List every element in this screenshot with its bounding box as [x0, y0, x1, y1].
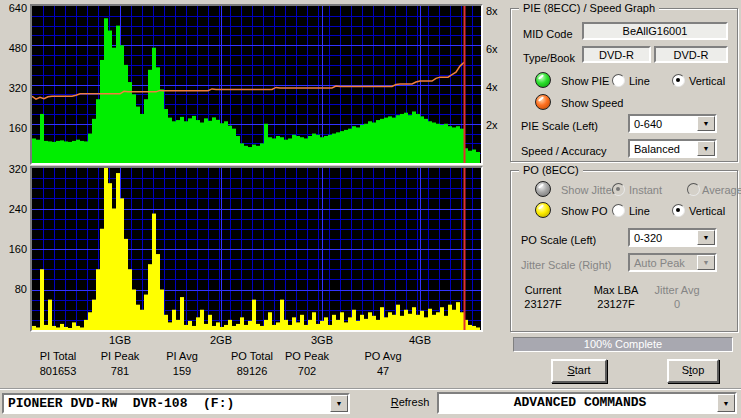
bottom-divider	[0, 388, 741, 390]
jitter-scale-dropdown-arrow: ▼	[697, 255, 715, 270]
x-axis-label: 2GB	[205, 334, 237, 346]
show-jitter-led	[535, 181, 551, 197]
speed-accuracy-label: Speed / Accuracy	[521, 145, 607, 157]
show-pie-led[interactable]	[535, 72, 551, 88]
advanced-commands-dropdown-arrow[interactable]: ▼	[717, 394, 735, 412]
pie-y-axis-label: 320	[0, 82, 27, 94]
progress-bar: 100% Complete	[513, 337, 733, 352]
start-button[interactable]: Start	[551, 359, 607, 383]
pie-scale-dropdown-arrow[interactable]: ▼	[697, 116, 715, 131]
current-value: 23127F	[518, 298, 568, 310]
jitter-avg-value: 0	[652, 298, 702, 310]
speed-accuracy-combo[interactable]: Balanced ▼	[628, 139, 717, 158]
stat-label: PO Avg	[341, 350, 425, 362]
jitter-average-label: Average	[702, 184, 741, 196]
po-y-axis-label: 240	[0, 203, 27, 215]
type-field: DVD-R	[582, 46, 651, 63]
po-y-axis-label: 160	[0, 243, 27, 255]
jitter-instant-label: Instant	[629, 184, 662, 196]
po-scale-label: PO Scale (Left)	[521, 234, 596, 246]
show-pie-label: Show PIE	[561, 75, 609, 87]
show-po-label: Show PO	[561, 205, 607, 217]
po-scale-value: 0-320	[630, 230, 697, 245]
x-axis-label: 1GB	[104, 334, 136, 346]
pie-y-axis-label: 480	[0, 42, 27, 54]
show-po-led[interactable]	[535, 202, 551, 218]
pie-vertical-label: Vertical	[689, 75, 725, 87]
x-axis-label: 3GB	[306, 334, 338, 346]
advanced-commands-value: ADVANCED COMMANDS	[439, 394, 717, 412]
po-y-axis-label: 320	[0, 163, 27, 175]
drive-selector-combo[interactable]: PIONEER DVD-RW DVR-108 (F:) ▼	[2, 393, 350, 414]
stop-button[interactable]: Stop	[667, 359, 719, 383]
pie-vertical-radio[interactable]	[672, 74, 685, 87]
refresh-button[interactable]: Refresh	[383, 396, 437, 408]
po-line-label: Line	[629, 205, 650, 217]
max-lba-value: 23127F	[591, 298, 641, 310]
book-field: DVD-R	[654, 46, 728, 63]
drive-selector-value: PIONEER DVD-RW DVR-108 (F:)	[4, 395, 330, 412]
po-vertical-radio[interactable]	[672, 204, 685, 217]
po-y-axis-label: 80	[0, 283, 27, 295]
po-scale-dropdown-arrow[interactable]: ▼	[697, 230, 715, 245]
stat-po-avg: PO Avg 47	[341, 350, 425, 377]
po-scale-combo[interactable]: 0-320 ▼	[628, 228, 717, 247]
stat-label: PO Peak	[265, 350, 349, 362]
pie-line-radio[interactable]	[612, 74, 625, 87]
pie-speed-chart	[30, 4, 483, 165]
drive-selector-dropdown-arrow[interactable]: ▼	[330, 395, 348, 412]
mid-code-label: MID Code	[523, 28, 573, 40]
pie-scale-combo[interactable]: 0-640 ▼	[628, 114, 717, 133]
progress-text: 100% Complete	[514, 338, 732, 351]
max-lba-label: Max LBA	[591, 284, 641, 296]
pie-line-label: Line	[629, 75, 650, 87]
current-label: Current	[518, 284, 568, 296]
po-line-radio[interactable]	[612, 204, 625, 217]
stat-value: 702	[265, 365, 349, 377]
pie-group-title: PIE (8ECC) / Speed Graph	[519, 2, 659, 14]
jitter-scale-value: Auto Peak	[630, 255, 697, 270]
show-speed-label: Show Speed	[561, 97, 623, 109]
speed-axis-label: 4x	[486, 81, 498, 93]
jitter-avg-label: Jitter Avg	[652, 284, 702, 296]
mid-code-field: BeAllG16001	[582, 22, 728, 40]
speed-accuracy-value: Balanced	[630, 141, 697, 156]
stat-value: 47	[341, 365, 425, 377]
pie-scale-value: 0-640	[630, 116, 697, 131]
po-chart	[30, 166, 483, 332]
pie-group: PIE (8ECC) / Speed Graph MID Code BeAllG…	[510, 8, 738, 162]
jitter-scale-label: Jitter Scale (Right)	[521, 259, 611, 271]
jitter-instant-radio	[612, 183, 625, 196]
pie-scale-label: PIE Scale (Left)	[521, 120, 598, 132]
po-chart-canvas	[32, 168, 481, 330]
jitter-scale-combo: Auto Peak ▼	[628, 253, 717, 272]
po-vertical-label: Vertical	[689, 205, 725, 217]
speed-accuracy-dropdown-arrow[interactable]: ▼	[697, 141, 715, 156]
speed-axis-label: 6x	[486, 43, 498, 55]
speed-axis-label: 2x	[486, 119, 498, 131]
pie-y-axis-label: 640	[0, 2, 27, 14]
show-jitter-label: Show Jitter	[561, 184, 615, 196]
advanced-commands-combo[interactable]: ADVANCED COMMANDS ▼	[437, 392, 737, 414]
app-window: PI Total 801653 PI Peak 781 PI Avg 159 P…	[0, 0, 741, 418]
stat-po-peak: PO Peak 702	[265, 350, 349, 377]
pie-speed-chart-canvas	[32, 6, 481, 163]
x-axis-label: 4GB	[404, 334, 436, 346]
show-speed-led[interactable]	[535, 94, 551, 110]
type-book-label: Type/Book	[523, 52, 575, 64]
pie-y-axis-label: 160	[0, 122, 27, 134]
po-group-title: PO (8ECC)	[519, 164, 583, 176]
jitter-average-radio	[687, 183, 700, 196]
speed-axis-label: 8x	[486, 5, 498, 17]
po-group: PO (8ECC) Show Jitter Instant Average Sh…	[510, 170, 738, 332]
